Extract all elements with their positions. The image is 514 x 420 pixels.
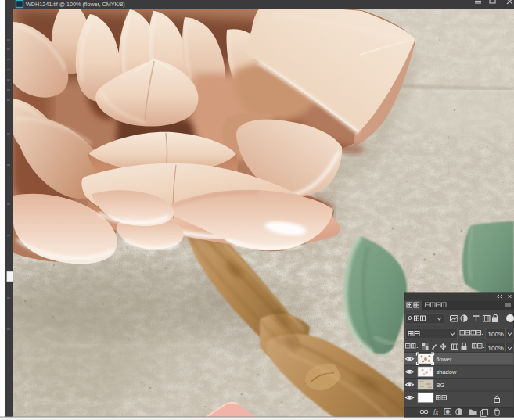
svg-text:100%: 100% bbox=[488, 331, 504, 338]
svg-text:BG: BG bbox=[437, 382, 445, 389]
svg-text:WDH1241.tif @ 100% (flower, CM: WDH1241.tif @ 100% (flower, CMYK/8) bbox=[26, 1, 125, 8]
svg-text:flower: flower bbox=[437, 356, 453, 363]
svg-text:100%: 100% bbox=[488, 345, 504, 352]
svg-text:shadow: shadow bbox=[437, 368, 457, 375]
svg-text:fx: fx bbox=[433, 408, 439, 416]
